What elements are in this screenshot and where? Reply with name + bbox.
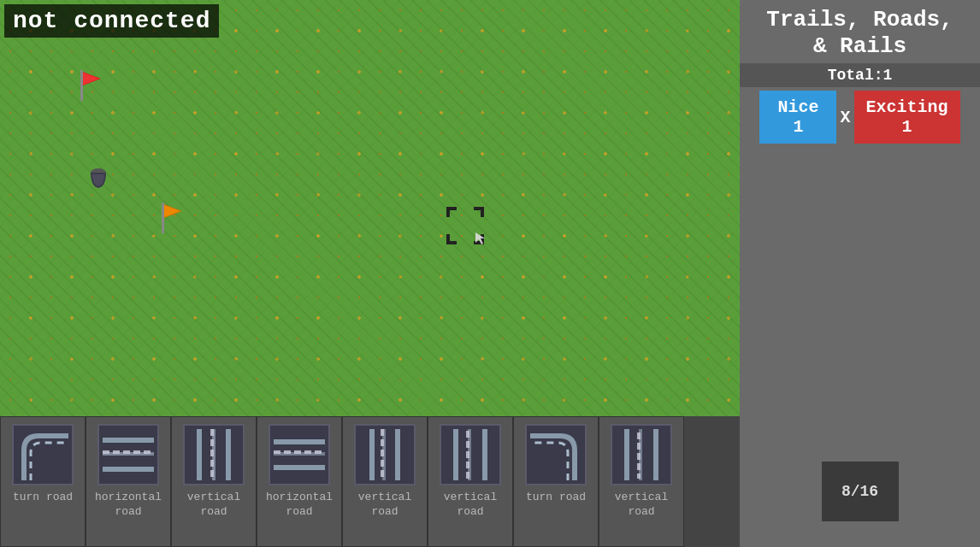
tool-label-vertical-road-2: vertical road xyxy=(346,491,423,520)
tool-icon-horizontal-road-2 xyxy=(269,424,330,485)
svg-rect-22 xyxy=(113,450,120,454)
page-count-area: 8/16 xyxy=(822,144,899,547)
svg-rect-48 xyxy=(381,429,384,436)
svg-rect-25 xyxy=(144,450,151,454)
tool-icon-turn-road-1 xyxy=(12,424,74,485)
svg-rect-12 xyxy=(446,234,450,244)
tool-vertical-road-3[interactable]: vertical road xyxy=(428,416,513,547)
turn-road-icon-1 xyxy=(17,429,68,480)
svg-rect-39 xyxy=(274,450,280,454)
svg-rect-43 xyxy=(315,450,322,454)
right-panel: Trails, Roads, & Rails Total:1 Nice 1 X … xyxy=(740,0,980,547)
svg-rect-41 xyxy=(294,450,301,454)
svg-rect-66 xyxy=(653,429,658,480)
turn-road-icon-2 xyxy=(530,429,582,480)
score-x-label: X xyxy=(840,108,850,127)
tool-label-horizontal-road-1: horizontal road xyxy=(90,491,167,520)
svg-rect-0 xyxy=(80,70,83,101)
tool-label-vertical-road-4: vertical road xyxy=(603,491,680,520)
svg-rect-60 xyxy=(466,462,469,468)
exciting-label: Exciting xyxy=(866,97,948,117)
game-canvas[interactable]: not connected xyxy=(0,0,740,416)
horizontal-road-icon-1 xyxy=(103,429,154,480)
score-exciting-box: Exciting 1 xyxy=(854,91,960,144)
vertical-road-icon-2 xyxy=(359,429,410,480)
svg-rect-10 xyxy=(481,207,484,217)
svg-rect-54 xyxy=(453,429,458,480)
svg-rect-20 xyxy=(103,467,154,472)
tool-label-horizontal-road-2: horizontal road xyxy=(261,491,338,520)
tool-icon-turn-road-2 xyxy=(525,424,587,485)
svg-rect-69 xyxy=(637,453,641,460)
score-nice-box: Nice 1 xyxy=(759,91,836,144)
vertical-road-icon-1 xyxy=(188,429,239,480)
flag-orange xyxy=(156,203,187,237)
svg-rect-24 xyxy=(133,450,140,454)
tool-vertical-road-2[interactable]: vertical road xyxy=(342,416,428,547)
flag-red xyxy=(75,70,106,104)
tool-label-turn-road-2: turn road xyxy=(526,491,586,505)
svg-rect-29 xyxy=(226,429,231,480)
svg-rect-52 xyxy=(381,470,384,477)
tool-icon-vertical-road-1 xyxy=(183,424,245,485)
panel-total: Total:1 xyxy=(740,63,980,87)
svg-rect-21 xyxy=(103,450,109,454)
tool-turn-road-2[interactable]: turn road xyxy=(513,416,599,547)
svg-marker-2 xyxy=(83,73,98,85)
nice-value: 1 xyxy=(771,117,824,137)
tool-icon-horizontal-road-1 xyxy=(97,424,159,485)
tool-turn-road-1[interactable]: turn road xyxy=(0,416,86,547)
vertical-road-icon-4 xyxy=(616,429,667,480)
svg-rect-51 xyxy=(381,460,384,467)
svg-rect-50 xyxy=(381,450,384,456)
tool-vertical-road-4[interactable]: vertical road xyxy=(599,416,684,547)
selection-cursor xyxy=(445,205,486,246)
tool-icon-vertical-road-4 xyxy=(611,424,672,485)
tool-label-vertical-road-1: vertical road xyxy=(175,491,252,520)
svg-rect-58 xyxy=(466,441,469,448)
svg-rect-32 xyxy=(210,450,214,456)
svg-rect-31 xyxy=(210,439,214,446)
svg-rect-67 xyxy=(637,432,641,439)
svg-rect-36 xyxy=(274,439,325,444)
main-area: not connected xyxy=(0,0,980,547)
tool-icon-vertical-road-3 xyxy=(440,424,501,485)
tool-label-turn-road-1: turn road xyxy=(13,491,73,505)
svg-rect-70 xyxy=(637,463,641,470)
not-connected-label: not connected xyxy=(4,4,219,38)
svg-rect-42 xyxy=(304,450,311,454)
leaf-overlay xyxy=(0,0,740,416)
panel-title: Trails, Roads, & Rails xyxy=(758,0,961,63)
svg-rect-30 xyxy=(210,429,214,436)
svg-rect-57 xyxy=(466,431,469,438)
tool-vertical-road-1[interactable]: vertical road xyxy=(171,416,257,547)
bottom-toolbar: turn road xyxy=(0,416,740,547)
svg-rect-47 xyxy=(395,429,400,480)
page-count-box: 8/16 xyxy=(822,462,899,521)
svg-rect-59 xyxy=(466,451,469,458)
svg-rect-38 xyxy=(274,465,325,470)
nice-label: Nice xyxy=(771,97,824,117)
svg-rect-64 xyxy=(624,429,629,480)
svg-rect-8 xyxy=(446,207,450,217)
total-value: 1 xyxy=(883,67,893,84)
score-row: Nice 1 X Exciting 1 xyxy=(740,91,980,144)
svg-rect-34 xyxy=(210,470,214,477)
tool-horizontal-road-2[interactable]: horizontal road xyxy=(257,416,342,547)
vertical-road-icon-3 xyxy=(445,429,496,480)
acorn-icon xyxy=(87,164,109,191)
svg-rect-4 xyxy=(162,203,164,233)
svg-rect-49 xyxy=(381,439,384,446)
tool-label-vertical-road-3: vertical road xyxy=(432,491,509,520)
svg-rect-27 xyxy=(197,429,202,480)
svg-rect-40 xyxy=(284,450,291,454)
svg-rect-68 xyxy=(637,443,641,450)
tool-horizontal-road-1[interactable]: horizontal road xyxy=(86,416,171,547)
svg-rect-18 xyxy=(103,438,154,443)
svg-rect-33 xyxy=(210,460,214,467)
total-label: Total: xyxy=(828,67,883,84)
svg-rect-23 xyxy=(123,450,130,454)
svg-marker-6 xyxy=(164,205,180,217)
svg-rect-61 xyxy=(466,472,469,479)
exciting-value: 1 xyxy=(866,117,948,137)
